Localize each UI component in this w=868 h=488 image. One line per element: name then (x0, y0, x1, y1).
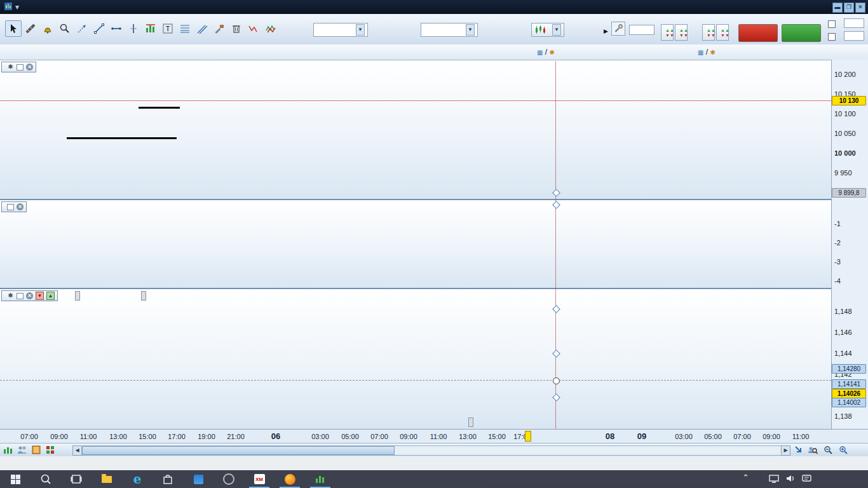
trend-arrow-tool-icon[interactable] (74, 20, 90, 37)
chart-style-caret[interactable]: ▼ (552, 24, 561, 36)
price-axis-label: 1,146 (834, 329, 852, 336)
sell-limit-button[interactable]: ▲▲▼▼ (675, 24, 688, 41)
zoom-tool-icon[interactable] (57, 20, 73, 37)
limit-qty-input[interactable] (844, 31, 864, 41)
segment-tool-icon[interactable] (108, 20, 125, 37)
qty-input[interactable] (629, 25, 654, 35)
price-panel-header[interactable]: ✱ ✕ ▼ ▲ (1, 290, 58, 301)
equity-panel-header[interactable]: ✱ ✕ (1, 62, 36, 72)
orders-status: ▦ / ✱ (537, 48, 555, 57)
stop-qty-input[interactable] (844, 18, 864, 28)
sell-stop-button[interactable]: ▲▲▼▼ (716, 24, 729, 41)
alarm-tool-icon[interactable] (39, 20, 56, 37)
price-axis-label: 1,148 (834, 308, 852, 315)
close-button[interactable]: ✕ (855, 3, 865, 13)
zigzag-tool-icon[interactable] (245, 20, 262, 37)
task-view-button[interactable] (61, 470, 92, 488)
crosshair-circle-handle[interactable] (553, 377, 560, 384)
chart-scrollbar-thumb[interactable] (82, 446, 395, 455)
cursor-tool-icon[interactable] (5, 20, 22, 37)
zoom-in-icon[interactable] (837, 445, 849, 455)
trade-settings-icon[interactable] (611, 22, 625, 36)
scroll-right-button[interactable]: ▶ (781, 445, 790, 456)
price-settings-icon[interactable]: ✱ (7, 292, 14, 299)
price-buy-arrow-icon[interactable]: ▲ (46, 292, 55, 300)
tray-chevron-up-icon[interactable]: ⌃ (742, 473, 749, 482)
symbol-dropdown-caret[interactable]: ▾ (15, 3, 19, 11)
pattern-tool-icon[interactable] (262, 20, 279, 37)
order-price-tag-2[interactable] (468, 417, 473, 427)
xm-app-button[interactable]: XM (244, 470, 275, 488)
equity-window-icon[interactable] (17, 64, 24, 71)
start-button[interactable] (0, 470, 31, 488)
price-sell-arrow-icon[interactable]: ▼ (36, 292, 44, 300)
contacts-icon[interactable] (17, 445, 28, 455)
windows-logo-icon (11, 475, 20, 484)
zoom-out-icon[interactable] (822, 445, 834, 455)
new-chart-icon[interactable] (3, 445, 14, 455)
positions-window-icon[interactable] (7, 204, 14, 210)
fibonacci-tool-icon[interactable] (177, 20, 193, 37)
price-window-icon[interactable] (17, 293, 24, 299)
position-gear-icon[interactable]: ✱ (710, 49, 715, 56)
go-to-end-icon[interactable] (793, 445, 804, 455)
office-app-button[interactable] (214, 470, 244, 488)
units-select-caret[interactable]: ▼ (356, 24, 365, 36)
trendline-tool-icon[interactable] (91, 20, 107, 37)
sell-mkt-button[interactable] (738, 24, 778, 42)
units-select[interactable]: ▼ (313, 23, 368, 37)
notifications-icon[interactable] (802, 474, 812, 485)
inspect-data-icon[interactable] (807, 445, 818, 455)
indicator-tool-icon[interactable] (142, 20, 159, 37)
taskbar-search-button[interactable] (31, 470, 61, 488)
network-icon[interactable] (769, 474, 779, 485)
ruler-tool-icon[interactable] (22, 20, 39, 37)
photos-app-button[interactable] (183, 470, 214, 488)
file-explorer-button[interactable] (92, 470, 122, 488)
position-list-icon[interactable]: ▦ (698, 49, 703, 56)
tools-menu-icon[interactable] (211, 20, 227, 37)
text-tool-icon[interactable]: T (159, 20, 176, 37)
maximize-button[interactable]: ❐ (844, 3, 854, 13)
positions-close-icon[interactable]: ✕ (17, 203, 24, 210)
equity-last-value-tag: 9 899,8 (832, 188, 866, 198)
trading-app-button[interactable] (305, 470, 336, 488)
equity-close-icon[interactable]: ✕ (26, 64, 33, 71)
vertical-line-tool-icon[interactable] (125, 20, 142, 37)
orders-list-icon[interactable]: ▦ (537, 49, 543, 56)
orders-table-icon[interactable] (44, 445, 56, 455)
order-price-tag-1[interactable] (141, 291, 146, 301)
stop-loss-annotation-line[interactable] (139, 107, 180, 109)
delete-tool-icon[interactable] (228, 20, 245, 37)
store-button[interactable] (153, 470, 183, 488)
buy-stop-button[interactable]: ▲▲▼▼ (702, 24, 715, 41)
timeframe-select-caret[interactable]: ▼ (466, 24, 475, 36)
price-last-value-tag: 1,14026 (832, 389, 866, 398)
volume-icon[interactable] (785, 474, 796, 485)
break-even-annotation-line[interactable] (67, 137, 177, 139)
position-price-tag[interactable] (75, 291, 80, 301)
buy-limit-button[interactable]: ▲▲▼▼ (661, 24, 674, 41)
timeframe-select[interactable]: ▼ (421, 23, 478, 37)
chart-scrollbar-track[interactable] (81, 445, 782, 456)
minimize-button[interactable]: ▬ (832, 3, 843, 13)
charts-canvas[interactable] (0, 60, 831, 429)
edge-browser-button[interactable]: e (122, 470, 153, 488)
equity-settings-icon[interactable]: ✱ (7, 64, 14, 71)
time-axis[interactable]: 07:0009:0011:0013:0015:0017:0019:0021:00… (0, 429, 868, 444)
collapse-arrow-icon[interactable]: ▶ (604, 28, 608, 34)
chart-style-select[interactable]: ▼ (531, 23, 564, 37)
price-close-icon[interactable]: ✕ (26, 292, 33, 299)
price-axis-label: 1,138 (834, 412, 852, 420)
stop-checkbox[interactable] (828, 20, 836, 28)
buy-mkt-button[interactable] (782, 24, 821, 42)
journal-icon[interactable] (31, 445, 42, 455)
firefox-button[interactable] (275, 470, 305, 488)
positions-panel-header[interactable]: ✕ (1, 201, 27, 212)
channel-tool-icon[interactable] (194, 20, 210, 37)
taskbar-clock[interactable] (824, 471, 864, 479)
limit-checkbox[interactable] (828, 33, 836, 41)
svg-text:T: T (166, 25, 170, 32)
scroll-left-button[interactable]: ◀ (72, 445, 82, 456)
orders-gear-icon[interactable]: ✱ (549, 49, 554, 56)
